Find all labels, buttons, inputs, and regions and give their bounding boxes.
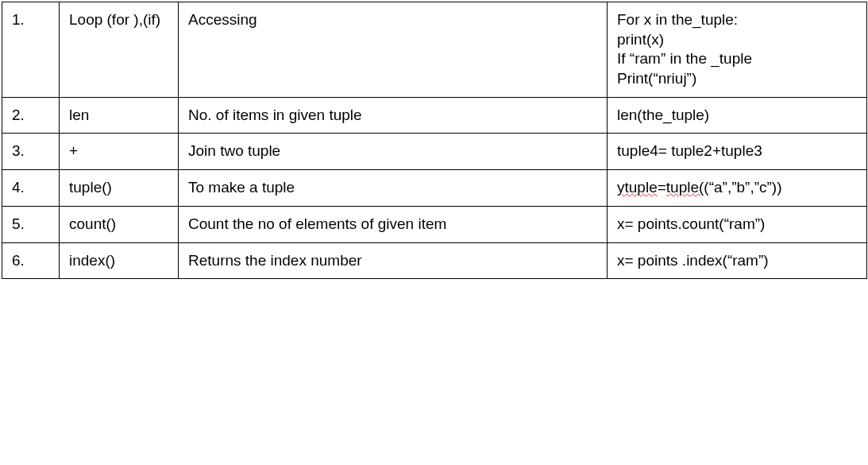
method-example: ytuple=tuple((“a”,”b”,”c”))	[608, 170, 867, 207]
method-desc: To make a tuple	[179, 170, 608, 207]
table-row: 1. Loop (for ),(if) Accessing For x in t…	[2, 2, 867, 98]
method-name: tuple()	[60, 170, 179, 207]
method-desc: Count the no of elements of given item	[179, 206, 608, 242]
spell-error: tuple(	[666, 179, 704, 196]
row-number: 1.	[2, 2, 60, 98]
method-example: x= points.count(“ram”)	[608, 206, 867, 242]
method-name: len	[60, 97, 179, 134]
table-row: 5. count() Count the no of elements of g…	[2, 206, 867, 242]
table-row: 3. + Join two tuple tuple4= tuple2+tuple…	[2, 134, 867, 170]
method-example: tuple4= tuple2+tuple3	[608, 134, 867, 170]
row-number: 6.	[2, 242, 60, 279]
row-number: 5.	[2, 206, 60, 242]
method-name: +	[60, 134, 179, 170]
table-row: 4. tuple() To make a tuple ytuple=tuple(…	[2, 170, 867, 207]
row-number: 3.	[2, 134, 60, 170]
method-desc: No. of items in given tuple	[179, 97, 608, 134]
spell-error: ytuple	[617, 179, 658, 196]
method-example: len(the_tuple)	[608, 97, 867, 134]
text-fragment: (“a”,”b”,”c”))	[704, 179, 781, 196]
method-name: index()	[60, 242, 179, 279]
method-example: For x in the_tuple: print(x) If “ram” in…	[608, 2, 867, 98]
table-row: 2. len No. of items in given tuple len(t…	[2, 97, 867, 134]
row-number: 4.	[2, 170, 60, 207]
table-row: 6. index() Returns the index number x= p…	[2, 242, 867, 279]
method-desc: Returns the index number	[179, 242, 608, 279]
method-name: count()	[60, 206, 179, 242]
method-desc: Join two tuple	[179, 134, 608, 170]
method-desc: Accessing	[179, 2, 608, 98]
row-number: 2.	[2, 97, 60, 134]
method-name: Loop (for ),(if)	[60, 2, 179, 98]
method-example: x= points .index(“ram”)	[608, 242, 867, 279]
tuple-methods-table: 1. Loop (for ),(if) Accessing For x in t…	[2, 2, 867, 279]
text-fragment: =	[658, 179, 666, 196]
